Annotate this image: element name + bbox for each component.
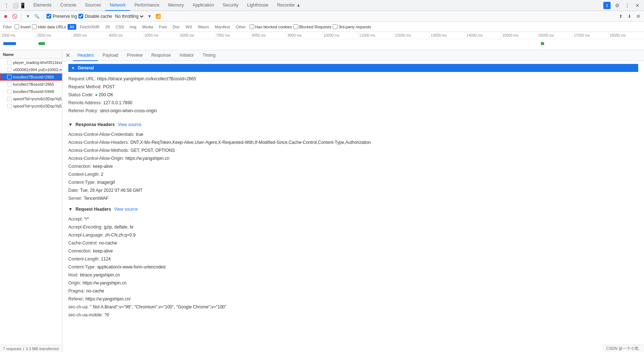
devtools-icon-inspect[interactable]: ⬜ <box>12 2 19 9</box>
filter-btn-media[interactable]: Media <box>140 24 155 30</box>
hide-data-urls-label[interactable]: Hide data URLs <box>32 24 66 29</box>
settings-network-icon[interactable]: ⚙ <box>635 13 642 20</box>
close-details-button[interactable]: ✕ <box>65 52 73 59</box>
tab-network[interactable]: Network <box>105 0 130 11</box>
detail-tab-timing[interactable]: Timing <box>198 50 220 61</box>
devtools-icon-select[interactable]: ⋮ <box>3 2 10 9</box>
response-headers-view-source[interactable]: View source <box>118 122 141 127</box>
tab-lighthouse[interactable]: Lighthouse <box>243 0 273 11</box>
third-party-checkbox[interactable] <box>333 24 337 29</box>
req-name-accept-encoding: Accept-Encoding: <box>68 224 102 230</box>
req-name-accept: Accept: <box>68 216 83 222</box>
blocked-requests-label[interactable]: Blocked Requests <box>293 24 332 29</box>
preserve-log-label[interactable]: Preserve log <box>46 14 77 19</box>
tm-18000: 18000 ms <box>608 32 644 39</box>
request-item-1[interactable]: v000082z994.yuEn10002.m... <box>0 66 62 73</box>
request-headers-view-source[interactable]: View source <box>114 207 138 212</box>
third-party-label[interactable]: 3rd-party requests <box>333 24 371 29</box>
req-value-origin: https://w.yangshipin.cn <box>82 280 126 286</box>
import-icon[interactable]: ⬆ <box>617 13 624 20</box>
tab-security[interactable]: Security <box>218 0 243 11</box>
hide-data-urls-checkbox[interactable] <box>32 24 37 29</box>
general-name-remote: Remote Address: <box>68 100 102 106</box>
request-item-6[interactable]: speed?id=yrzm6cl3DqoYq5... <box>0 102 62 110</box>
filter-btn-fetch-xhr[interactable]: Fetch/XHR <box>78 24 102 30</box>
filter-btn-ws[interactable]: WS <box>183 24 194 30</box>
filter-btn-font[interactable]: Font <box>157 24 169 30</box>
req-name-1: v000082z994.yuEn10002.m... <box>13 68 62 72</box>
timeline-bar-2 <box>39 42 45 45</box>
filter-btn-doc[interactable]: Doc <box>170 24 182 30</box>
tab-elements[interactable]: Elements <box>29 0 56 11</box>
notification-badge[interactable]: 1 <box>603 2 611 9</box>
record-button[interactable]: ⏺ <box>2 13 9 20</box>
toolbar-divider-2 <box>43 13 44 19</box>
detail-tab-initiator[interactable]: Initiator <box>175 50 198 61</box>
req-icon-2 <box>7 75 12 79</box>
tab-memory[interactable]: Memory <box>164 0 188 11</box>
invert-checkbox-label[interactable]: Invert <box>15 24 31 29</box>
filter-btn-all[interactable]: All <box>68 24 76 30</box>
tab-recorder[interactable]: Recorder ▲ <box>273 0 305 11</box>
tab-console[interactable]: Console <box>56 0 81 11</box>
invert-checkbox[interactable] <box>15 24 19 29</box>
detail-tab-headers[interactable]: Headers <box>73 50 98 61</box>
request-item-2[interactable]: kvcollect?BossId=2865 <box>0 73 62 81</box>
headers-content[interactable]: ▼ General Request URL: https://btrace.ya… <box>62 61 644 352</box>
filter-btn-img[interactable]: Img <box>127 24 138 30</box>
tm-13000: 13000 ms <box>429 32 465 39</box>
blocked-requests-checkbox[interactable] <box>293 24 298 29</box>
has-blocked-cookies-label[interactable]: Has blocked cookies <box>250 24 292 29</box>
tab-sources[interactable]: Sources <box>81 0 105 11</box>
resp-name-allow-headers: Access-Control-Allow-Headers: <box>68 139 129 146</box>
disable-cache-label[interactable]: Disable cache <box>78 14 112 19</box>
requests-divider: | <box>23 347 24 351</box>
search-icon[interactable]: 🔍 <box>33 13 40 20</box>
filter-btn-other[interactable]: Other <box>234 24 248 30</box>
general-section-header[interactable]: ▼ General <box>68 64 638 72</box>
close-devtools-icon[interactable]: ✕ <box>634 2 641 9</box>
clear-button[interactable]: 🚫 <box>11 13 18 20</box>
throttle-select[interactable]: No throttling <box>114 13 145 19</box>
request-headers-header[interactable]: ▼ Request Headers View source <box>68 205 638 214</box>
throttle-dropdown-icon[interactable]: ▼ <box>146 13 153 20</box>
general-row-url: Request URL: https://btrace.yangshipin.c… <box>68 75 638 83</box>
tm-5000: 5000 ms <box>143 32 179 39</box>
filter-btn-js[interactable]: JS <box>103 24 112 30</box>
filter-icon[interactable]: ▼ <box>24 13 32 20</box>
resp-name-connection: Connection: <box>68 163 92 170</box>
detail-tab-preview[interactable]: Preview <box>123 50 147 61</box>
more-options-icon[interactable]: ⋮ <box>624 2 631 9</box>
request-item-0[interactable]: player_loading-khvf3511kvc... <box>0 59 62 66</box>
tm-2000: 2000 ms <box>36 32 72 39</box>
settings-icon[interactable]: ⚙ <box>613 2 621 9</box>
req-row-sec-ch-ua: sec-ch-ua: " Not A;Brand";v="99", "Chrom… <box>68 303 638 311</box>
req-name-0: player_loading-khvf3511kvc... <box>13 60 62 65</box>
preserve-log-checkbox[interactable] <box>46 14 51 19</box>
disable-cache-checkbox[interactable] <box>78 14 83 19</box>
tab-performance[interactable]: Performance <box>130 0 164 11</box>
tab-application[interactable]: Application <box>188 0 218 11</box>
request-item-5[interactable]: speed?id=yrzm6cl3DqoYq5... <box>0 95 62 102</box>
general-title: General <box>78 65 94 70</box>
devtools-icon-device[interactable]: 📱 <box>19 2 26 9</box>
request-item-4[interactable]: kvcollect?BossId=5948 <box>0 88 62 95</box>
filter-btn-css[interactable]: CSS <box>114 24 126 30</box>
export-icon[interactable]: ⬇ <box>626 13 633 20</box>
req-row-pragma: Pragma: no-cache <box>68 287 638 295</box>
req-name-referer: Referer: <box>68 296 84 302</box>
request-item-3[interactable]: kvcollect?BossId=2865 <box>0 81 62 88</box>
detail-tab-response[interactable]: Response <box>147 50 175 61</box>
req-value-sec-ch-ua: " Not A;Brand";v="99", "Chromium";v="100… <box>90 304 226 310</box>
filter-btn-wasm[interactable]: Wasm <box>196 24 211 30</box>
has-blocked-cookies-checkbox[interactable] <box>250 24 254 29</box>
filter-btn-manifest[interactable]: Manifest <box>213 24 232 30</box>
csdn-label: CSDN @一个小黑. <box>606 346 640 351</box>
resp-name-allow-methods: Access-Control-Allow-Methods: <box>68 147 129 154</box>
detail-tab-payload[interactable]: Payload <box>98 50 122 61</box>
response-headers-header[interactable]: ▼ Response Headers View source <box>68 121 638 129</box>
tm-9000: 9000 ms <box>286 32 322 39</box>
tm-16000: 16000 ms <box>537 32 573 39</box>
toolbar-divider-1 <box>21 13 21 19</box>
tm-8000: 8000 ms <box>251 32 287 39</box>
